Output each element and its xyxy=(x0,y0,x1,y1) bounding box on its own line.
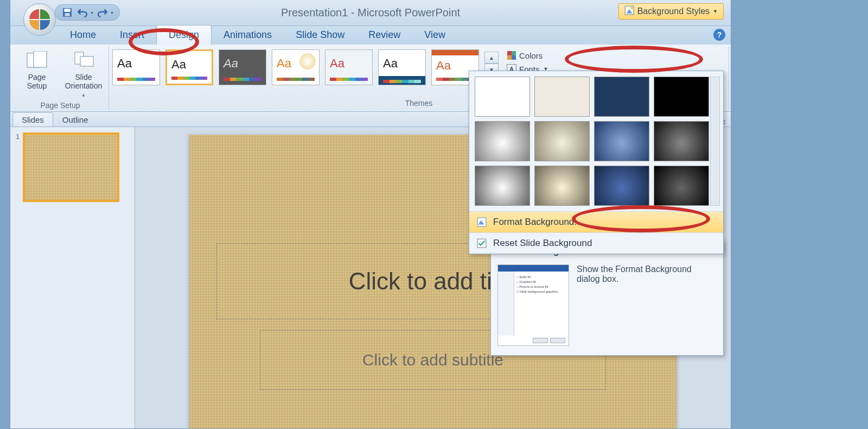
undo-icon[interactable] xyxy=(76,6,89,19)
gallery-scrollbar[interactable] xyxy=(710,77,720,206)
theme-item[interactable]: Aa xyxy=(112,49,160,85)
reset-background-menu-item[interactable]: Reset Slide Background xyxy=(469,232,723,254)
bg-style-item[interactable] xyxy=(534,77,590,117)
tab-review[interactable]: Review xyxy=(356,26,412,45)
svg-rect-10 xyxy=(512,55,516,60)
theme-item[interactable]: Aa xyxy=(219,49,266,85)
qat-customize-icon[interactable]: ▼ xyxy=(110,11,114,15)
outline-tab[interactable]: Outline xyxy=(53,112,98,127)
page-setup-group-label: Page Setup xyxy=(15,101,105,111)
theme-scroll-up-icon[interactable]: ▲ xyxy=(484,52,499,64)
tab-animations[interactable]: Animations xyxy=(212,26,284,45)
format-background-menu-item[interactable]: Format Background... xyxy=(469,211,723,232)
tab-design[interactable]: Design xyxy=(156,25,212,45)
slide-orientation-button[interactable]: Slide Orientation ▼ xyxy=(62,47,105,101)
tooltip-description: Show the Format Background dialog box. xyxy=(577,264,717,346)
theme-item[interactable]: Aa xyxy=(272,49,320,85)
tab-slideshow[interactable]: Slide Show xyxy=(284,26,356,45)
tab-view[interactable]: View xyxy=(412,26,457,45)
bg-style-item[interactable] xyxy=(534,121,590,161)
bg-style-item[interactable] xyxy=(475,121,530,161)
orientation-label: Slide Orientation ▼ xyxy=(65,73,102,99)
help-icon[interactable]: ? xyxy=(713,29,725,41)
bg-style-item[interactable] xyxy=(654,166,709,206)
svg-rect-4 xyxy=(34,51,47,67)
bg-style-item[interactable] xyxy=(654,121,709,161)
background-styles-button[interactable]: Background Styles ▼ xyxy=(618,3,724,20)
format-background-icon xyxy=(476,216,488,228)
bg-style-item[interactable] xyxy=(594,121,649,161)
slide-number: 1 xyxy=(16,133,20,202)
undo-dropdown-icon[interactable]: ▼ xyxy=(90,11,94,15)
svg-rect-7 xyxy=(507,51,512,55)
page-setup-label: Page Setup xyxy=(27,73,47,90)
slide-thumb-image xyxy=(23,133,119,202)
background-styles-icon xyxy=(624,5,634,17)
orientation-icon xyxy=(72,49,95,71)
theme-gallery: Aa Aa Aa Aa xyxy=(112,47,499,87)
group-page-setup: Page Setup Slide Orientation ▼ Page Setu… xyxy=(12,46,109,110)
theme-item[interactable]: Aa xyxy=(378,49,426,85)
svg-point-14 xyxy=(630,7,633,9)
tab-home[interactable]: Home xyxy=(58,26,108,45)
quick-access-toolbar: ▼ ▼ xyxy=(55,4,120,21)
svg-rect-6 xyxy=(80,56,93,66)
tooltip-preview-image: ○ Solid fill○ Gradient fill○ Picture or … xyxy=(497,264,569,346)
reset-background-icon xyxy=(476,237,488,249)
theme-colors-button[interactable]: Colors xyxy=(505,49,554,61)
bg-style-item[interactable] xyxy=(534,166,590,206)
app-window: Presentation1 - Microsoft PowerPoint ▼ ▼… xyxy=(10,0,731,429)
bg-style-item[interactable] xyxy=(594,166,649,206)
bg-style-item[interactable] xyxy=(475,166,530,206)
page-setup-icon xyxy=(25,49,49,71)
bg-style-item[interactable] xyxy=(594,77,649,117)
chevron-down-icon: ▼ xyxy=(713,9,718,14)
slide-thumbnail[interactable]: 1 xyxy=(16,133,129,202)
tab-insert[interactable]: Insert xyxy=(108,26,156,45)
slides-tab[interactable]: Slides xyxy=(12,112,53,127)
bg-style-item[interactable] xyxy=(475,77,530,117)
background-styles-gallery: Format Background... Reset Slide Backgro… xyxy=(469,71,724,254)
bg-style-item[interactable] xyxy=(654,77,709,117)
ribbon-tabs: Home Insert Design Animations Slide Show… xyxy=(10,26,731,45)
colors-icon xyxy=(507,51,516,60)
svg-rect-1 xyxy=(64,9,70,12)
theme-item[interactable]: Aa xyxy=(165,49,213,85)
svg-rect-8 xyxy=(512,51,516,55)
office-button[interactable] xyxy=(23,3,56,36)
thumbnail-panel: 1 xyxy=(10,127,135,428)
save-icon[interactable] xyxy=(61,6,74,19)
svg-rect-9 xyxy=(507,55,512,60)
theme-item[interactable]: Aa xyxy=(325,49,373,85)
svg-rect-2 xyxy=(65,13,70,16)
format-background-tooltip: Format Background ○ Solid fill○ Gradient… xyxy=(490,239,724,356)
redo-icon[interactable] xyxy=(96,6,109,19)
page-setup-button[interactable]: Page Setup xyxy=(15,47,59,92)
